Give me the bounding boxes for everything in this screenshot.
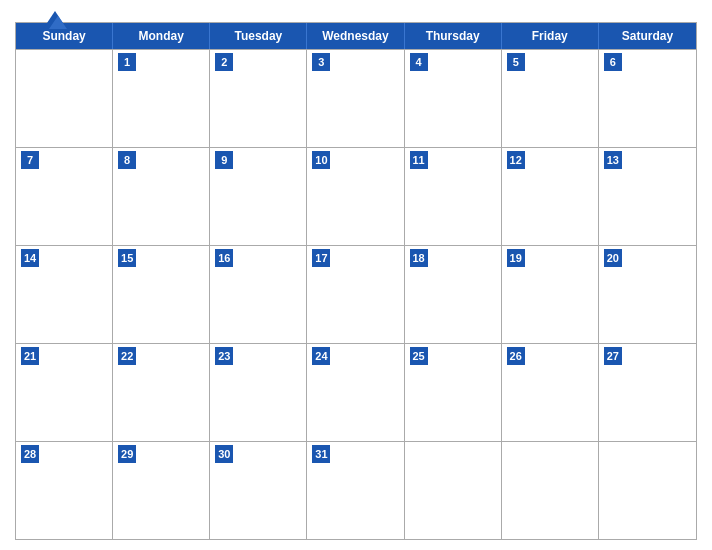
day-number: 6 xyxy=(604,53,622,71)
day-number: 8 xyxy=(118,151,136,169)
calendar-day-26: 26 xyxy=(502,344,599,441)
day-number: 1 xyxy=(118,53,136,71)
calendar-day-16: 16 xyxy=(210,246,307,343)
calendar-day-23: 23 xyxy=(210,344,307,441)
day-number: 15 xyxy=(118,249,136,267)
calendar-day-19: 19 xyxy=(502,246,599,343)
calendar-day-11: 11 xyxy=(405,148,502,245)
day-number: 3 xyxy=(312,53,330,71)
calendar-week-3: 14151617181920 xyxy=(16,245,696,343)
page-header xyxy=(15,10,697,18)
calendar-day-2: 2 xyxy=(210,50,307,147)
calendar-day-27: 27 xyxy=(599,344,696,441)
day-number: 26 xyxy=(507,347,525,365)
calendar-day-empty xyxy=(502,442,599,539)
calendar-day-4: 4 xyxy=(405,50,502,147)
day-number: 4 xyxy=(410,53,428,71)
calendar-day-28: 28 xyxy=(16,442,113,539)
calendar-day-17: 17 xyxy=(307,246,404,343)
calendar-day-21: 21 xyxy=(16,344,113,441)
day-number: 27 xyxy=(604,347,622,365)
day-header-tuesday: Tuesday xyxy=(210,23,307,49)
calendar-day-31: 31 xyxy=(307,442,404,539)
day-number: 20 xyxy=(604,249,622,267)
calendar-day-empty xyxy=(405,442,502,539)
day-number: 21 xyxy=(21,347,39,365)
calendar-week-5: 28293031 xyxy=(16,441,696,539)
calendar-day-6: 6 xyxy=(599,50,696,147)
calendar-week-4: 21222324252627 xyxy=(16,343,696,441)
calendar-day-25: 25 xyxy=(405,344,502,441)
day-number: 24 xyxy=(312,347,330,365)
calendar-day-22: 22 xyxy=(113,344,210,441)
calendar-day-12: 12 xyxy=(502,148,599,245)
calendar-day-24: 24 xyxy=(307,344,404,441)
day-header-friday: Friday xyxy=(502,23,599,49)
day-number: 9 xyxy=(215,151,233,169)
day-number: 31 xyxy=(312,445,330,463)
day-number: 18 xyxy=(410,249,428,267)
day-number: 23 xyxy=(215,347,233,365)
day-number: 30 xyxy=(215,445,233,463)
day-number: 2 xyxy=(215,53,233,71)
calendar-day-10: 10 xyxy=(307,148,404,245)
calendar-day-20: 20 xyxy=(599,246,696,343)
calendar-day-30: 30 xyxy=(210,442,307,539)
calendar-week-2: 78910111213 xyxy=(16,147,696,245)
day-header-thursday: Thursday xyxy=(405,23,502,49)
day-number: 13 xyxy=(604,151,622,169)
day-number: 11 xyxy=(410,151,428,169)
calendar-day-7: 7 xyxy=(16,148,113,245)
calendar-day-29: 29 xyxy=(113,442,210,539)
calendar: SundayMondayTuesdayWednesdayThursdayFrid… xyxy=(15,22,697,540)
calendar-day-18: 18 xyxy=(405,246,502,343)
calendar-day-8: 8 xyxy=(113,148,210,245)
day-number: 25 xyxy=(410,347,428,365)
calendar-day-14: 14 xyxy=(16,246,113,343)
calendar-day-3: 3 xyxy=(307,50,404,147)
day-number: 16 xyxy=(215,249,233,267)
calendar-day-1: 1 xyxy=(113,50,210,147)
calendar-day-5: 5 xyxy=(502,50,599,147)
day-header-wednesday: Wednesday xyxy=(307,23,404,49)
calendar-day-9: 9 xyxy=(210,148,307,245)
calendar-day-15: 15 xyxy=(113,246,210,343)
calendar-day-13: 13 xyxy=(599,148,696,245)
day-number: 29 xyxy=(118,445,136,463)
calendar-body: 1234567891011121314151617181920212223242… xyxy=(16,49,696,539)
day-header-monday: Monday xyxy=(113,23,210,49)
day-number: 10 xyxy=(312,151,330,169)
day-number: 12 xyxy=(507,151,525,169)
day-number: 22 xyxy=(118,347,136,365)
logo xyxy=(15,10,95,31)
calendar-week-1: 123456 xyxy=(16,49,696,147)
calendar-page: SundayMondayTuesdayWednesdayThursdayFrid… xyxy=(0,0,712,550)
day-number: 5 xyxy=(507,53,525,71)
day-number: 7 xyxy=(21,151,39,169)
logo-icon xyxy=(43,10,67,30)
calendar-day-empty xyxy=(599,442,696,539)
day-header-saturday: Saturday xyxy=(599,23,696,49)
day-number: 17 xyxy=(312,249,330,267)
day-number: 28 xyxy=(21,445,39,463)
calendar-header: SundayMondayTuesdayWednesdayThursdayFrid… xyxy=(16,23,696,49)
day-number: 19 xyxy=(507,249,525,267)
day-number: 14 xyxy=(21,249,39,267)
calendar-day-empty xyxy=(16,50,113,147)
